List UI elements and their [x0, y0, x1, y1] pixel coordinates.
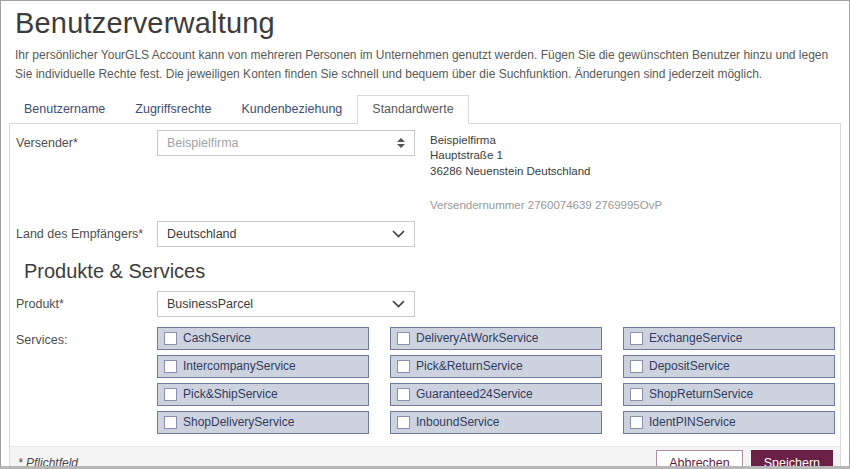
service-option-intercompanyservice[interactable]: IntercompanyService: [157, 355, 369, 378]
tab-standardwerte[interactable]: Standardwerte: [357, 95, 468, 124]
services-grid: CashService DeliveryAtWorkService Exchan…: [157, 327, 835, 434]
service-checkbox[interactable]: [630, 388, 643, 401]
service-checkbox[interactable]: [164, 416, 177, 429]
sender-select-value: Beispielfirma: [167, 136, 397, 150]
service-option-deliveryatworkservice[interactable]: DeliveryAtWorkService: [390, 327, 602, 350]
service-option-identpinservice[interactable]: IdentPINService: [623, 411, 835, 434]
service-checkbox[interactable]: [397, 360, 410, 373]
standardwerte-form: Versender* Beispielfirma Beispielfirma H…: [10, 124, 840, 446]
service-option-shopdeliveryservice[interactable]: ShopDeliveryService: [157, 411, 369, 434]
product-row: Produkt* BusinessParcel: [16, 291, 840, 317]
service-checkbox[interactable]: [630, 360, 643, 373]
service-checkbox[interactable]: [630, 416, 643, 429]
chevron-down-icon: [392, 230, 405, 238]
service-checkbox[interactable]: [164, 388, 177, 401]
save-button[interactable]: Speichern: [751, 450, 833, 469]
recipient-country-select[interactable]: Deutschland: [157, 221, 415, 247]
sender-row: Versender* Beispielfirma Beispielfirma H…: [16, 130, 840, 211]
footer-buttons: Abbrechen Speichern: [656, 450, 833, 469]
service-option-cashservice[interactable]: CashService: [157, 327, 369, 350]
page-description: Ihr persönlicher YourGLS Account kann vo…: [15, 46, 835, 83]
select-arrows-icon: [397, 138, 405, 148]
sender-info: Beispielfirma Hauptstraße 1 36286 Neuens…: [430, 130, 662, 211]
user-management-page: Benutzerverwaltung Ihr persönlicher Your…: [0, 0, 850, 469]
service-option-pickshipservice[interactable]: Pick&ShipService: [157, 383, 369, 406]
form-footer: * Pflichtfeld Abbrechen Speichern: [10, 446, 840, 469]
tab-content-panel: Versender* Beispielfirma Beispielfirma H…: [9, 123, 841, 469]
sender-address-line: Beispielfirma: [430, 133, 662, 148]
service-checkbox[interactable]: [397, 332, 410, 345]
tab-bar: Benutzername Zugriffsrechte Kundenbezieh…: [1, 95, 849, 123]
sender-address-line: 36286 Neuenstein Deutschland: [430, 164, 662, 179]
sender-number: Versendernummer 2760074639 2769995OvP: [430, 199, 662, 211]
page-title: Benutzerverwaltung: [15, 7, 835, 40]
tab-kundenbeziehung[interactable]: Kundenbeziehung: [227, 95, 358, 123]
service-checkbox[interactable]: [164, 360, 177, 373]
service-option-depositservice[interactable]: DepositService: [623, 355, 835, 378]
service-option-guaranteed24service[interactable]: Guaranteed24Service: [390, 383, 602, 406]
products-services-heading: Produkte & Services: [24, 260, 840, 283]
recipient-country-value: Deutschland: [167, 227, 392, 241]
sender-label: Versender*: [16, 130, 157, 150]
service-option-shopreturnservice[interactable]: ShopReturnService: [623, 383, 835, 406]
service-checkbox[interactable]: [164, 332, 177, 345]
services-label: Services:: [16, 327, 157, 347]
tab-zugriffsrechte[interactable]: Zugriffsrechte: [120, 95, 226, 123]
service-option-pickreturnservice[interactable]: Pick&ReturnService: [390, 355, 602, 378]
required-field-note: * Pflichtfeld: [18, 456, 78, 469]
product-select[interactable]: BusinessParcel: [157, 291, 415, 317]
services-row: Services: CashService DeliveryAtWorkServ…: [16, 327, 840, 434]
sender-address-line: Hauptstraße 1: [430, 148, 662, 163]
recipient-country-label: Land des Empfängers*: [16, 221, 157, 241]
service-checkbox[interactable]: [630, 332, 643, 345]
chevron-down-icon: [392, 300, 405, 308]
sender-select[interactable]: Beispielfirma: [157, 130, 415, 156]
service-checkbox[interactable]: [397, 416, 410, 429]
recipient-country-row: Land des Empfängers* Deutschland: [16, 221, 840, 247]
product-label: Produkt*: [16, 291, 157, 311]
service-option-inboundservice[interactable]: InboundService: [390, 411, 602, 434]
page-header: Benutzerverwaltung Ihr persönlicher Your…: [1, 1, 849, 83]
service-checkbox[interactable]: [397, 388, 410, 401]
product-select-value: BusinessParcel: [167, 297, 392, 311]
service-option-exchangeservice[interactable]: ExchangeService: [623, 327, 835, 350]
tab-benutzername[interactable]: Benutzername: [9, 95, 120, 123]
cancel-button[interactable]: Abbrechen: [656, 450, 742, 469]
